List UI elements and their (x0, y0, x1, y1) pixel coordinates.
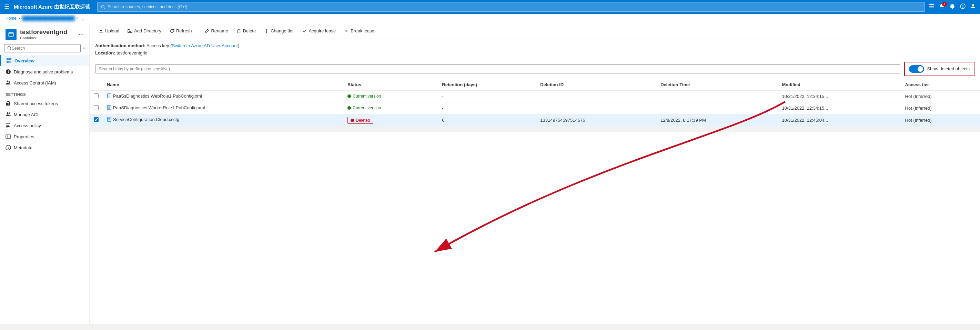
break-lease-button[interactable]: Break lease (340, 27, 378, 35)
hamburger-menu[interactable]: ☰ (4, 3, 10, 11)
breadcrumb-level2[interactable]: ██████████████████ (22, 16, 75, 21)
svg-rect-25 (6, 128, 8, 128)
change-tier-button[interactable]: Change tier (261, 27, 297, 35)
sidebar-item-iam[interactable]: Access Control (IAM) (0, 77, 89, 88)
breadcrumb-home[interactable]: Home (5, 16, 16, 21)
help-icon[interactable]: ? (960, 3, 966, 10)
red-dot (350, 119, 354, 122)
svg-rect-3 (929, 6, 934, 6)
manage-acl-label: Manage ACL (14, 112, 40, 117)
sidebar-search-input[interactable] (12, 46, 78, 51)
row1-modified: 10/31/2022, 12:34:15... (778, 90, 901, 102)
svg-rect-14 (6, 58, 9, 61)
switch-auth-link[interactable]: Switch to Azure AD User Account (172, 43, 238, 48)
settings-icon[interactable] (950, 3, 955, 10)
row2-checkbox[interactable] (94, 105, 99, 110)
sidebar-item-manage-acl[interactable]: Manage ACL (0, 109, 89, 120)
sidebar-item-overview[interactable]: Overview (0, 55, 89, 66)
notification-badge: 1 (942, 2, 947, 6)
row2-checkbox-cell[interactable] (90, 102, 103, 114)
upload-label: Upload (105, 28, 119, 33)
acquire-lease-button[interactable]: Acquire lease (299, 27, 339, 35)
row3-modified: 10/31/2022, 12:45:04... (778, 114, 901, 126)
delete-icon (237, 29, 241, 33)
global-search[interactable]: Search resources, services, and docs (G+… (97, 2, 925, 12)
table-row: PaaSsDiagnostics.WebRole1.PubConfig.xml … (90, 90, 980, 102)
sidebar-item-diagnose[interactable]: Diagnose and solve problems (0, 66, 89, 77)
break-lease-icon (344, 29, 349, 33)
upload-button[interactable]: Upload (95, 27, 123, 35)
refresh-label: Refresh (176, 28, 192, 33)
rename-button[interactable]: Rename (201, 27, 231, 35)
notifications-icon[interactable]: 1 (939, 3, 945, 10)
sidebar-collapse-button[interactable]: « (83, 46, 85, 51)
horizontal-scrollbar[interactable] (90, 127, 980, 132)
access-policy-icon (5, 123, 11, 128)
portal-settings-icon[interactable] (929, 3, 934, 10)
row1-deletion-id (536, 90, 656, 102)
shared-access-label: Shared access tokens (14, 101, 58, 106)
svg-point-19 (9, 81, 10, 83)
file-icon (107, 94, 112, 98)
add-directory-button[interactable]: Add Directory (124, 27, 165, 35)
svg-rect-15 (9, 58, 11, 61)
search-blobs-input[interactable] (95, 64, 900, 73)
show-deleted-toggle[interactable] (909, 65, 924, 73)
search-icon (101, 5, 105, 9)
row2-deletion-id (536, 102, 656, 114)
row3-name[interactable]: ServiceConfiguration.Cloud.cscfg (103, 114, 343, 125)
account-icon[interactable] (970, 3, 976, 10)
svg-point-0 (101, 5, 104, 8)
svg-rect-9 (9, 32, 13, 36)
sidebar-search-box[interactable] (4, 44, 81, 53)
svg-rect-17 (9, 61, 11, 63)
refresh-button[interactable]: Refresh (166, 27, 196, 35)
sidebar-more-button[interactable]: ··· (79, 31, 84, 38)
sidebar-search-wrap: « (0, 43, 89, 55)
row3-status: Deleted (343, 114, 438, 126)
col-modified: Modified (778, 79, 901, 90)
row1-access-tier: Hot (Inferred) (901, 90, 980, 102)
topbar: ☰ Microsoft Azure 由世纪互联运营 Search resourc… (0, 0, 980, 14)
breadcrumb: Home › ██████████████████ › ... (0, 14, 980, 23)
blob-table-wrap: Name Status Retention (days) Deletion ID… (90, 79, 980, 324)
breadcrumb-more[interactable]: ... (80, 16, 84, 21)
access-policy-label: Access policy (14, 123, 41, 128)
container-icon (5, 29, 16, 40)
row1-checkbox[interactable] (94, 94, 99, 98)
show-deleted-toggle-wrap: Show deleted objects (904, 62, 975, 76)
add-directory-icon (127, 29, 132, 33)
svg-line-13 (10, 49, 12, 50)
refresh-icon (170, 29, 174, 33)
row2-access-tier: Hot (Inferred) (901, 102, 980, 114)
rename-icon (204, 29, 209, 33)
table-header-row: Name Status Retention (days) Deletion ID… (90, 79, 980, 90)
sidebar-item-properties[interactable]: Properties (0, 131, 89, 142)
delete-button[interactable]: Delete (233, 27, 259, 35)
sidebar-search-icon (7, 46, 12, 51)
svg-point-21 (9, 112, 10, 114)
sidebar-item-metadata[interactable]: i Metadata (0, 142, 89, 153)
properties-icon (5, 134, 11, 139)
metadata-icon: i (5, 145, 11, 150)
svg-rect-33 (237, 30, 240, 33)
row2-name[interactable]: PaaSDiagnostics.WorkerRole1.PubConfig.xm… (103, 102, 343, 113)
row3-checkbox-cell[interactable] (90, 114, 103, 126)
manage-acl-icon (5, 112, 11, 117)
sidebar-header: testforeventgrid Container ··· (0, 23, 89, 43)
sidebar-item-shared-access[interactable]: Shared access tokens (0, 98, 89, 109)
row1-name[interactable]: PaaSsDiagnostics.WebRole1.PubConfig.xml (103, 91, 343, 101)
content-area: Upload Add Directory Refresh Rename Dele… (90, 23, 980, 324)
shared-access-icon (5, 101, 11, 106)
sidebar-item-access-policy[interactable]: Access policy (0, 120, 89, 131)
settings-section-title: Settings (0, 88, 89, 98)
auth-location-label: Location: (95, 50, 116, 56)
row1-retention: - (438, 90, 536, 102)
toggle-label: Show deleted objects (927, 66, 970, 72)
row3-retention: 6 (438, 114, 536, 126)
sidebar-subtitle: Container (20, 36, 67, 40)
toolbar: Upload Add Directory Refresh Rename Dele… (90, 23, 980, 39)
auth-method-label: Authentication method: (95, 43, 145, 48)
row1-checkbox-cell[interactable] (90, 90, 103, 102)
row3-checkbox[interactable] (94, 117, 99, 122)
